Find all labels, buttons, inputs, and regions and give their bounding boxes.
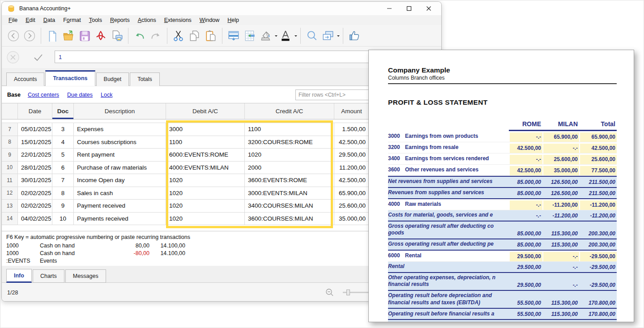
maximize-button[interactable]	[399, 2, 419, 15]
credit-account-cell[interactable]: 3600:COURSES:MILAN	[245, 213, 334, 225]
pdf-export-button[interactable]	[93, 27, 109, 44]
menu-item-help[interactable]: Help	[223, 16, 243, 24]
tab-budget[interactable]: Budget	[96, 72, 129, 86]
print-button[interactable]	[109, 27, 125, 44]
window-arrange-button[interactable]	[320, 27, 336, 44]
bottom-tab-charts[interactable]: Charts	[33, 269, 64, 283]
credit-account-cell[interactable]: 1100	[245, 123, 334, 136]
window-arrange-combo[interactable]	[320, 27, 340, 44]
menu-item-tools[interactable]: Tools	[85, 16, 106, 24]
font-color-dropdown-arrow[interactable]	[294, 35, 297, 38]
credit-account-cell[interactable]: 3000:EVENTS:MILAN	[245, 187, 334, 200]
view-link-due-dates[interactable]: Due dates	[67, 92, 93, 98]
insert-rows-button[interactable]	[226, 27, 242, 44]
amount-cell[interactable]: 65.900,00	[334, 187, 369, 200]
new-file-button[interactable]	[44, 27, 60, 44]
debit-account-cell[interactable]: 6000:EVENTS:ROME	[166, 149, 245, 161]
date-cell[interactable]: 30/01/2025	[18, 174, 52, 187]
amount-cell[interactable]: 35.000,00	[334, 213, 369, 225]
view-link-lock[interactable]: Lock	[101, 92, 112, 98]
debit-account-cell[interactable]: 4000:EVENTS:MILAN	[166, 162, 245, 174]
tab-totals[interactable]: Totals	[130, 72, 160, 86]
menu-item-edit[interactable]: Edit	[21, 16, 39, 24]
fill-color-button[interactable]	[258, 27, 274, 44]
amount-cell[interactable]: 29.500,00	[334, 149, 369, 161]
amount-cell[interactable]: 42.500,00	[334, 136, 369, 149]
filter-rows-input[interactable]	[295, 89, 370, 100]
amount-cell[interactable]: 11.200,00	[334, 162, 369, 174]
date-cell[interactable]: 02/02/2025	[18, 200, 52, 212]
amount-cell[interactable]: 25.600,00	[334, 200, 369, 212]
menu-item-file[interactable]: File	[4, 16, 21, 24]
doc-cell[interactable]: 3	[52, 123, 74, 136]
view-link-cost-centers[interactable]: Cost centers	[28, 92, 59, 98]
credit-column-header[interactable]: Credit A/C	[245, 103, 334, 119]
credit-account-cell[interactable]: 3600:EVENTS:ROME	[245, 174, 334, 187]
font-color-combo[interactable]	[277, 27, 297, 44]
menu-item-format[interactable]: Format	[59, 16, 85, 24]
date-cell[interactable]: 28/01/2025	[18, 162, 52, 174]
credit-account-cell[interactable]: 2000	[245, 162, 334, 174]
debit-column-header[interactable]: Debit A/C	[166, 103, 245, 119]
view-link-base[interactable]: Base	[7, 92, 21, 98]
cancel-entry-button[interactable]	[5, 50, 21, 65]
date-cell[interactable]: 02/02/2025	[18, 187, 52, 200]
doc-cell[interactable]: 5	[52, 149, 74, 161]
date-cell[interactable]: 22/01/2025	[18, 149, 52, 161]
window-arrange-dropdown-arrow[interactable]	[337, 35, 340, 38]
doc-cell[interactable]: 7	[52, 174, 74, 187]
doc-cell[interactable]: 6	[52, 162, 74, 174]
date-column-header[interactable]: Date	[18, 103, 52, 119]
zoom-out-icon[interactable]	[325, 288, 335, 298]
menu-item-actions[interactable]: Actions	[134, 16, 160, 24]
doc-column-header[interactable]: Doc	[52, 103, 74, 119]
redo-button[interactable]	[148, 27, 164, 44]
description-cell[interactable]: Courses subscriptions	[74, 136, 166, 149]
description-cell[interactable]: Sales in cash	[74, 187, 166, 200]
description-cell[interactable]: Rent payment	[74, 149, 166, 161]
debit-account-cell[interactable]: 1020	[166, 187, 245, 200]
amount-cell[interactable]: 42.500,00	[334, 174, 369, 187]
save-button[interactable]	[77, 27, 93, 44]
font-color-button[interactable]	[277, 27, 294, 44]
open-file-button[interactable]	[60, 27, 77, 44]
doc-cell[interactable]: 8	[52, 187, 74, 200]
zoom-slider-thumb[interactable]	[346, 290, 350, 295]
tab-accounts[interactable]: Accounts	[6, 72, 44, 86]
feedback-button[interactable]	[346, 27, 363, 44]
tab-transactions[interactable]: Transactions	[45, 70, 95, 86]
row-number-header[interactable]	[2, 103, 18, 119]
menu-item-reports[interactable]: Reports	[106, 16, 134, 24]
doc-cell[interactable]: 4	[52, 136, 74, 149]
insert-columns-button[interactable]	[242, 27, 258, 44]
menu-item-window[interactable]: Window	[196, 16, 223, 24]
doc-cell[interactable]: 9	[52, 200, 74, 212]
copy-button[interactable]	[187, 27, 203, 44]
cut-button[interactable]	[171, 27, 187, 44]
description-column-header[interactable]: Description	[74, 103, 166, 119]
menu-item-data[interactable]: Data	[39, 16, 59, 24]
undo-button[interactable]	[132, 27, 148, 44]
debit-account-cell[interactable]: 1100	[166, 136, 245, 149]
bottom-tab-info[interactable]: Info	[6, 269, 32, 283]
close-button[interactable]	[419, 2, 439, 15]
date-cell[interactable]: 05/01/2025	[18, 123, 52, 136]
description-cell[interactable]: Income Open day	[74, 174, 166, 187]
search-button[interactable]	[304, 27, 320, 44]
description-cell[interactable]: Payment received	[74, 200, 166, 212]
credit-account-cell[interactable]: 3400:COURSES:MILAN	[245, 200, 334, 212]
description-cell[interactable]: Purchase of raw materials	[74, 162, 166, 174]
back-button[interactable]	[5, 27, 21, 44]
bottom-tab-messages[interactable]: Messages	[65, 269, 106, 283]
credit-account-cell[interactable]: 3200:COURSES:ROME	[245, 136, 334, 149]
amount-column-header[interactable]: Amount	[334, 103, 369, 119]
description-cell[interactable]: Expenses	[74, 123, 166, 136]
debit-account-cell[interactable]: 1020	[166, 174, 245, 187]
forward-button[interactable]	[21, 27, 38, 44]
doc-cell[interactable]: 10	[52, 213, 74, 225]
description-cell[interactable]: Payments received	[74, 213, 166, 225]
minimize-button[interactable]	[380, 2, 399, 15]
debit-account-cell[interactable]: 1020	[166, 213, 245, 225]
date-cell[interactable]: 15/01/2025	[18, 136, 52, 149]
fill-color-combo[interactable]	[258, 27, 277, 44]
